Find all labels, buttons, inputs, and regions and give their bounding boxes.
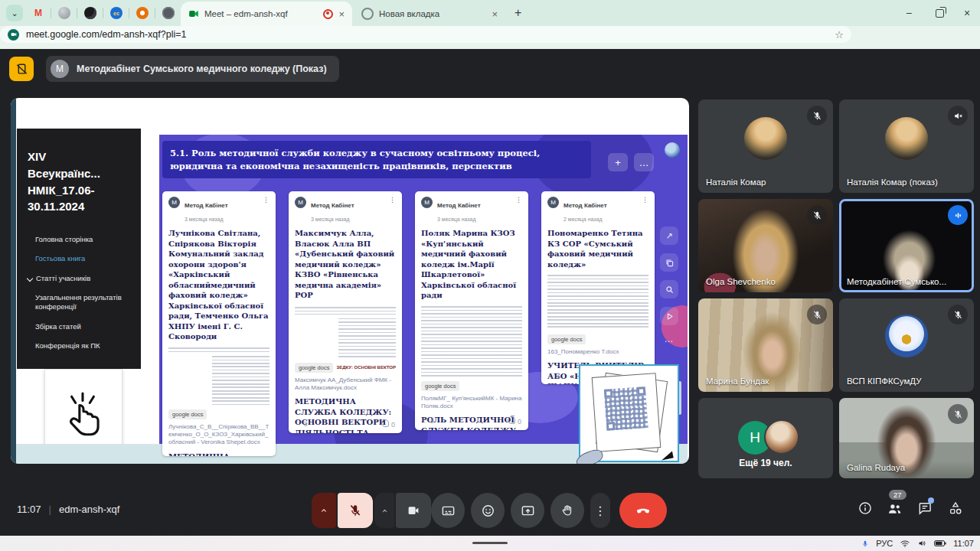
card-likes[interactable]: ♡ 3 (296, 420, 308, 428)
google-docs-chip[interactable]: google docs (168, 409, 207, 419)
qr-code-overlay[interactable] (579, 364, 679, 462)
card-comments[interactable]: 0 (508, 416, 521, 425)
tab-meet[interactable]: Meet – edm-ansh-xqf × (181, 2, 352, 26)
sidebar-item-conference-pk[interactable]: Конференція як ПК (35, 341, 130, 350)
participant-tile[interactable]: Марина Бундак (698, 298, 833, 392)
card-comments[interactable]: 0 (381, 419, 395, 429)
participant-tile-active-speaker[interactable]: Методкабінет Сумсько... (839, 199, 974, 292)
add-post-button[interactable]: + (608, 153, 628, 171)
chat-notification-dot (928, 497, 934, 504)
more-options-button[interactable]: ⋮ (590, 493, 610, 528)
participant-name: ВСП КІПФКСумДУ (847, 377, 922, 386)
padlet-card[interactable]: M Метод Кабінет 3 месяца назад ⋮ Поляк М… (415, 191, 528, 430)
activities-icon[interactable] (948, 500, 963, 516)
pinned-tab-icon[interactable] (84, 7, 96, 19)
mic-off-button[interactable] (338, 493, 373, 528)
divider (51, 8, 51, 18)
share-icon[interactable]: ↗ (660, 227, 678, 245)
globe-pinned-tab-icon[interactable] (162, 7, 175, 19)
card-author: Метод Кабінет (437, 202, 481, 209)
card-menu-icon[interactable]: ⋮ (389, 197, 396, 204)
camera-options-button[interactable] (374, 493, 394, 528)
captions-button[interactable] (431, 493, 465, 528)
toolbar-more-icon[interactable]: … (665, 334, 675, 344)
mic-options-button[interactable] (312, 493, 336, 528)
doc-preview-lines (338, 318, 396, 358)
window-minimize-button[interactable]: − (906, 7, 912, 19)
address-bar[interactable]: meet.google.com/edm-ansh-xqf?pli=1 ☆ (0, 26, 851, 43)
browser-toolbar: ← → meet.google.com/edm-ansh-xqf?pli=1 ☆… (0, 26, 980, 49)
participant-tile[interactable]: Galina Rudaya (839, 398, 974, 478)
recording-indicator-icon (323, 9, 333, 19)
browser-tab-strip: ⌄ M ec Meet – edm-ansh-xqf × Новая вклад… (0, 0, 980, 26)
more-participants-tile[interactable]: Н Ещё 19 чел. (698, 398, 833, 478)
card-author: Метод Кабінет (564, 202, 607, 209)
sidebar-item-results[interactable]: Узагальнення результатів конференції (35, 293, 130, 312)
presentation-warning-icon[interactable] (9, 57, 34, 81)
card-likes[interactable]: ♡ 3 (548, 372, 560, 380)
window-restore-button[interactable] (936, 9, 944, 18)
tab-new-tab[interactable]: Новая вкладка × (354, 2, 505, 26)
card-filename[interactable]: ПолякМГ_ Куп'янськийМК - Марина Поляк.do… (421, 395, 522, 411)
reactions-button[interactable] (471, 493, 505, 528)
meeting-code: edm-ansh-xqf (59, 504, 119, 515)
pinned-tab-icon[interactable]: ec (110, 7, 122, 19)
shared-screen: XIV Всеукраїнс... НМІК_17.06- 30.11.2024… (11, 98, 689, 464)
bookmark-star-icon[interactable]: ☆ (835, 29, 844, 41)
participant-tile[interactable]: ВСП КІПФКСумДУ (839, 298, 974, 392)
participant-tile[interactable]: Наталія Комар (698, 99, 833, 193)
presenter-banner[interactable]: M Методкабінет Сумського медичного колед… (46, 56, 339, 82)
card-menu-icon[interactable]: ⋮ (515, 197, 522, 204)
google-docs-chip[interactable]: google docs (295, 363, 333, 373)
sidebar-item-home[interactable]: Головна сторінка (35, 235, 130, 244)
card-menu-icon[interactable]: ⋮ (642, 197, 648, 204)
sidebar-item-collection[interactable]: Збірка статей (35, 322, 130, 331)
close-tab-icon[interactable]: × (338, 9, 345, 19)
padlet-card[interactable]: M Метод Кабінет 3 месяца назад ⋮ Максимч… (289, 191, 402, 433)
raise-hand-button[interactable] (550, 493, 584, 528)
card-title: Лучнікова Світлана, Спірякова Вікторія К… (168, 228, 270, 342)
battery-icon[interactable] (934, 540, 946, 547)
google-docs-chip[interactable]: google docs (421, 381, 459, 391)
mic-off-icon (948, 404, 968, 424)
board-more-button[interactable]: … (634, 153, 654, 171)
padlet-card[interactable]: M Метод Кабінет 2 месяца назад ⋮ Пономар… (541, 191, 655, 384)
camera-button[interactable] (396, 493, 431, 528)
info-icon[interactable] (858, 500, 873, 516)
pinned-tab-icon[interactable] (136, 7, 149, 19)
sidebar-item-articles[interactable]: Статті учасників (28, 274, 130, 283)
copy-icon[interactable] (660, 253, 678, 272)
participant-name: Galina Rudaya (847, 463, 905, 472)
padlet-card[interactable]: M Метод Кабінет 3 месяца назад ⋮ Лучніко… (162, 191, 276, 456)
padlet-account-avatar[interactable] (665, 142, 680, 158)
tray-clock[interactable]: 11:07 (953, 539, 974, 548)
end-call-button[interactable] (619, 493, 667, 528)
card-filename[interactable]: Лучнікова_С_В__Спірякова_ВВ__Темченко_О_… (168, 423, 270, 447)
card-likes[interactable]: ♡ 3 (422, 417, 434, 425)
avatar (744, 117, 787, 160)
sidebar-item-guestbook[interactable]: Гостьова книга (35, 254, 130, 263)
card-caption: МЕТОДИЧНА СЛУЖБА (168, 452, 270, 456)
language-indicator[interactable]: РУС (876, 539, 893, 548)
close-tab-icon[interactable]: × (492, 9, 498, 19)
participants-icon[interactable] (887, 500, 903, 517)
card-filename[interactable]: 163_Пономаренко Т.docx (547, 348, 648, 356)
play-icon[interactable] (660, 307, 678, 325)
present-screen-button[interactable] (511, 493, 544, 528)
participant-tile[interactable]: Наталія Комар (показ) (839, 99, 974, 193)
google-docs-chip[interactable]: google docs (547, 334, 586, 344)
pinned-tab-icon[interactable] (58, 7, 70, 19)
tab-search-button[interactable]: ⌄ (6, 5, 23, 21)
card-menu-icon[interactable]: ⋮ (263, 197, 270, 204)
gmail-pinned-tab-icon[interactable]: M (32, 7, 44, 19)
wifi-icon[interactable] (900, 540, 910, 548)
taskbar-center-handle[interactable] (472, 542, 508, 544)
tray-mic-icon[interactable] (861, 539, 869, 549)
volume-icon[interactable] (917, 539, 927, 548)
new-tab-button[interactable]: + (514, 6, 521, 20)
card-filename[interactable]: Максимчук АА_Дубенський ФМК - Алла Макси… (295, 377, 396, 393)
search-icon[interactable] (660, 280, 678, 298)
mic-off-icon (948, 305, 968, 324)
window-close-button[interactable]: × (964, 7, 970, 19)
participant-tile[interactable]: Olga Shevchenko (698, 199, 833, 292)
